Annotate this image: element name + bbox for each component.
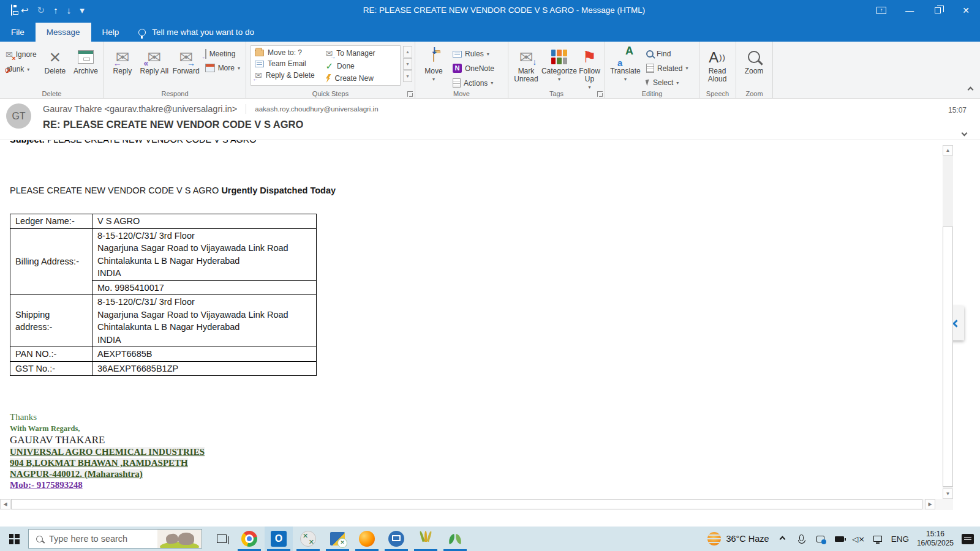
quick-steps-scroll-down[interactable]: ▼ [403,58,412,70]
reply-all-icon: ✉ [148,53,162,61]
notification-center-button[interactable] [962,534,974,544]
signature-mobile[interactable]: Mob:- 9175893248 [10,479,941,491]
onenote-button[interactable]: N OneNote [450,62,497,75]
translate-button[interactable]: Aa Translate ▾ [608,44,643,87]
start-button[interactable] [0,527,28,551]
find-button[interactable]: Find [643,48,691,60]
scroll-left-button[interactable]: ◀ [0,499,10,509]
show-hidden-icons-button[interactable] [777,532,788,545]
actions-button[interactable]: Actions ▾ [450,77,497,89]
mark-unread-icon: ✉ [519,53,533,61]
read-aloud-button[interactable]: A)) Read Aloud [702,44,733,87]
close-button[interactable]: ✕ [952,0,980,20]
vertical-scrollbar[interactable]: ▲ ▼ [943,145,953,499]
redo-icon[interactable]: ↻ [37,6,45,15]
minimize-button[interactable]: — [895,0,924,20]
horizontal-scrollbar[interactable]: ◀ ▶ [0,499,953,510]
volume-muted-icon[interactable]: ◁× [853,532,864,545]
ribbon-display-options-button[interactable]: ↑ [867,0,895,20]
battery-icon[interactable] [834,532,845,545]
junk-button[interactable]: Junk ▾ [2,63,40,75]
taskbar-app-wheat[interactable] [412,527,440,551]
scroll-right-button[interactable]: ▶ [925,499,935,509]
intro-bold-text: Urgently Dispatched Today [221,186,336,195]
ribbon-tab-row: File Message Help Tell me what you want … [0,20,980,42]
avatar[interactable]: GT [6,103,31,129]
quick-step-create-new[interactable]: Create New [326,74,397,83]
remote-desktop-icon [388,531,404,547]
previous-item-icon[interactable]: ↑ [53,6,58,15]
more-respond-button[interactable]: More ▾ [202,62,243,74]
taskbar-clock[interactable]: 15:16 16/05/2025 [917,530,954,548]
message-body: Subject: PLEASE CREATE NEW VENDOR CODE V… [0,140,941,499]
quick-steps-dialog-launcher-icon[interactable] [407,91,413,97]
delete-button[interactable]: × Delete [40,44,70,87]
zoom-button[interactable]: Zoom [739,44,769,87]
recipient-address[interactable]: aakash.roy.choudhury@universalagri.in [255,105,378,113]
expand-header-button[interactable] [962,127,967,138]
weather-text: 36°C Haze [726,534,769,544]
vertical-scroll-thumb[interactable] [943,227,953,487]
search-highlight-image[interactable] [157,530,202,548]
taskbar-app-folder-excel[interactable] [323,527,352,551]
meeting-button[interactable]: ← Meeting [202,48,243,60]
taskbar-app-chrome[interactable] [235,527,263,551]
intro-line: PLEASE CREATE NEW VENDOR CODE V S AGRO U… [10,186,941,195]
taskbar-app-remote-desktop[interactable] [382,527,410,551]
quick-step-to-manager[interactable]: ✉→ To Manager [326,48,397,58]
taskbar-app-excel-addin[interactable] [294,527,322,551]
table-row: Ledger Name:- V S AGRO [10,214,317,229]
forward-button[interactable]: ✉→ Forward [170,44,202,87]
quick-step-team-email[interactable]: Team Email [255,59,326,68]
read-aloud-icon: A)) [709,53,726,61]
tags-dialog-launcher-icon[interactable] [597,91,603,97]
categorize-button[interactable]: Categorize ▾ [541,44,577,87]
save-icon[interactable] [11,6,12,15]
ribbon-group-delete: ✉× Ignore Junk ▾ × Delete Archive Delete [0,42,104,98]
customize-toolbar-icon[interactable]: ▾ [80,6,85,15]
task-view-button[interactable] [209,527,234,551]
quick-step-done[interactable]: ✓ Done [326,61,397,72]
translate-icon: Aa [616,48,635,66]
sync-tray-icon[interactable] [815,532,826,545]
network-icon[interactable] [872,532,883,545]
quick-steps-more-button[interactable]: ▼ [403,70,412,82]
received-time: 15:07 [948,106,967,114]
tab-message[interactable]: Message [36,23,91,42]
taskbar-app-sprout[interactable] [441,527,469,551]
select-button[interactable]: Select ▾ [643,77,691,89]
weather-widget[interactable]: 36°C Haze [707,532,769,545]
move-button[interactable]: ↓ Move ▾ [418,44,450,87]
tab-help[interactable]: Help [91,23,130,42]
scroll-down-button[interactable]: ▼ [943,489,953,499]
rules-button[interactable]: Rules ▾ [450,48,497,60]
haze-sun-icon [707,532,721,545]
collapse-ribbon-button[interactable] [968,83,973,94]
quick-step-reply-delete[interactable]: ✉← Reply & Delete [255,70,326,80]
microphone-tray-icon[interactable] [796,532,807,545]
follow-up-button[interactable]: ⚑ Follow Up ▾ [577,44,602,91]
taskbar-app-outlook[interactable] [265,527,293,551]
tab-file[interactable]: File [0,23,36,42]
scroll-up-button[interactable]: ▲ [943,145,953,156]
search-input[interactable] [49,534,141,544]
next-item-icon[interactable]: ↓ [67,6,72,15]
team-email-icon [255,61,264,67]
restore-button[interactable] [924,0,952,20]
quick-step-move-to[interactable]: Move to: ? [255,48,326,57]
taskbar-app-firefox[interactable] [353,527,381,551]
undo-icon[interactable]: ↩ [21,6,29,15]
ignore-button[interactable]: ✉× Ignore [2,48,40,61]
actions-icon [453,78,461,88]
reply-all-button[interactable]: ✉« Reply All [138,44,170,87]
archive-button[interactable]: Archive [70,44,101,87]
sender-address[interactable]: Gaurav Thakre <gaurav.thakre@universalag… [43,104,237,114]
language-indicator[interactable]: ENG [891,534,909,544]
horizontal-scroll-thumb[interactable] [11,499,922,509]
mark-unread-button[interactable]: ✉↓ Mark Unread [511,44,541,87]
taskbar-search[interactable] [28,529,202,549]
tell-me-box[interactable]: Tell me what you want to do [130,23,263,42]
related-button[interactable]: Related ▾ [643,62,691,75]
reply-button[interactable]: ✉← Reply [107,44,138,87]
quick-steps-scroll-up[interactable]: ▲ [403,46,412,58]
